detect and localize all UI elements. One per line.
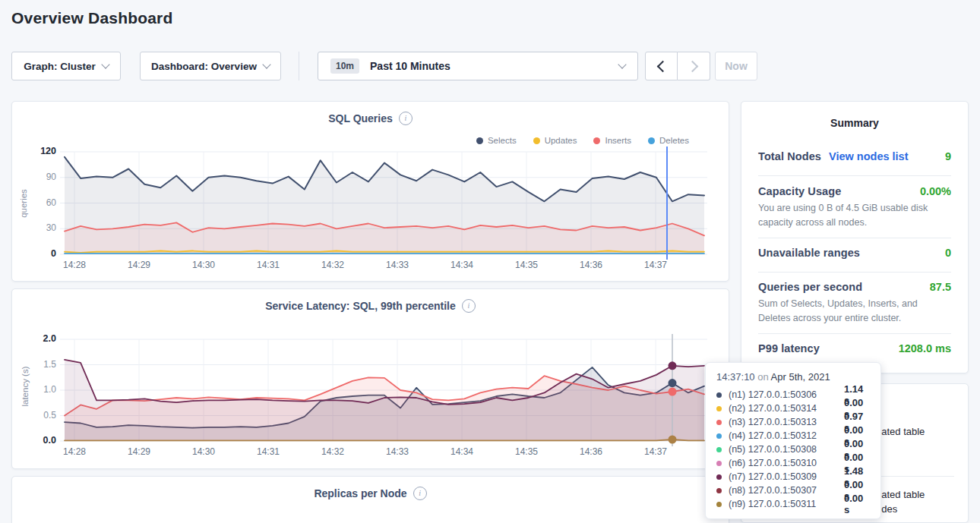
legend-label: Selects bbox=[488, 136, 517, 145]
x-tick-label: 14:36 bbox=[574, 446, 608, 457]
x-tick-label: 14:34 bbox=[445, 260, 479, 270]
x-tick-label: 14:32 bbox=[316, 446, 349, 457]
legend-item-updates[interactable]: Updates bbox=[533, 136, 577, 145]
x-tick-label: 14:29 bbox=[122, 260, 156, 270]
x-tick-label: 14:28 bbox=[58, 446, 91, 457]
sql-queries-panel: SQL Queries i SelectsUpdatesInsertsDelet… bbox=[11, 101, 729, 282]
tooltip-row: (n9) 127.0.0.1:503110.00 s bbox=[716, 497, 870, 511]
service-latency-panel: Service Latency: SQL, 99th percentile i … bbox=[11, 288, 729, 469]
tooltip-node-address: (n3) 127.0.0.1:50313 bbox=[729, 417, 844, 427]
y-tick-label: 1.0 bbox=[12, 384, 56, 395]
chart-hover-tooltip: 14:37:10 on Apr 5th, 2021 (n1) 127.0.0.1… bbox=[705, 362, 881, 519]
tooltip-node-address: (n2) 127.0.0.1:50314 bbox=[729, 403, 844, 414]
qps-label: Queries per second bbox=[758, 281, 862, 293]
y-tick-label: 90 bbox=[12, 172, 56, 182]
y-tick-label: 2.0 bbox=[12, 333, 56, 344]
legend-dot-icon bbox=[648, 137, 655, 144]
time-range-badge: 10m bbox=[330, 58, 359, 74]
replicas-per-node-panel: Replicas per Node i bbox=[11, 476, 729, 523]
legend-label: Updates bbox=[545, 136, 577, 145]
legend-dot-icon bbox=[476, 137, 483, 144]
total-nodes-value: 9 bbox=[945, 150, 951, 162]
x-tick-label: 14:32 bbox=[316, 260, 349, 270]
divider bbox=[758, 175, 951, 176]
chart-title: SQL Queries bbox=[328, 112, 393, 124]
node-dot-icon bbox=[716, 392, 722, 398]
x-tick-label: 14:33 bbox=[381, 446, 414, 457]
y-tick-label: 120 bbox=[12, 146, 56, 156]
capacity-usage-value: 0.00% bbox=[920, 185, 951, 197]
node-dot-icon bbox=[716, 461, 722, 466]
service-latency-chart[interactable] bbox=[60, 337, 710, 446]
divider bbox=[758, 272, 951, 273]
y-tick-label: 0.5 bbox=[12, 410, 56, 421]
y-tick-label: 30 bbox=[12, 222, 56, 233]
capacity-usage-description: You are using 0 B of 4.5 GiB usable disk… bbox=[758, 201, 951, 231]
x-tick-label: 14:36 bbox=[574, 260, 608, 270]
info-icon[interactable]: i bbox=[462, 299, 476, 313]
x-tick-label: 14:30 bbox=[187, 446, 220, 457]
legend-item-inserts[interactable]: Inserts bbox=[593, 136, 631, 145]
time-prev-button[interactable] bbox=[645, 52, 678, 80]
chart-title: Service Latency: SQL, 99th percentile bbox=[265, 300, 456, 312]
qps-description: Sum of Selects, Updates, Inserts, and De… bbox=[758, 297, 951, 326]
dashboard-dropdown[interactable]: Dashboard: Overview bbox=[140, 52, 281, 80]
tooltip-node-address: (n8) 127.0.0.1:50307 bbox=[729, 485, 844, 496]
legend-item-deletes[interactable]: Deletes bbox=[648, 136, 689, 145]
info-icon[interactable]: i bbox=[399, 112, 413, 125]
node-dot-icon bbox=[716, 447, 722, 452]
chevron-right-icon bbox=[686, 60, 698, 72]
p99-latency-label: P99 latency bbox=[758, 342, 820, 354]
x-tick-label: 14:31 bbox=[251, 446, 285, 457]
chart-legend: SelectsUpdatesInsertsDeletes bbox=[476, 136, 689, 145]
x-tick-label: 14:30 bbox=[187, 260, 220, 270]
view-nodes-list-link[interactable]: View nodes list bbox=[829, 150, 909, 162]
tooltip-on: on bbox=[757, 371, 768, 383]
time-next-button[interactable] bbox=[678, 52, 710, 80]
divider bbox=[758, 238, 951, 238]
x-tick-label: 14:31 bbox=[251, 260, 285, 270]
page-title: Overview Dashboard bbox=[11, 9, 173, 27]
x-tick-label: 14:37 bbox=[639, 446, 672, 457]
now-button[interactable]: Now bbox=[715, 52, 757, 80]
time-nav-group bbox=[645, 52, 710, 80]
toolbar-divider bbox=[299, 52, 299, 80]
legend-item-selects[interactable]: Selects bbox=[476, 136, 517, 145]
legend-dot-icon bbox=[533, 137, 540, 144]
info-icon[interactable]: i bbox=[413, 487, 427, 500]
legend-label: Inserts bbox=[605, 136, 631, 145]
event-text-fragment: eated table bbox=[876, 489, 925, 500]
y-tick-label: 1.5 bbox=[12, 359, 56, 370]
x-tick-label: 14:29 bbox=[122, 446, 156, 457]
chevron-down-icon bbox=[618, 60, 626, 68]
chevron-down-icon bbox=[262, 60, 270, 68]
event-text-fragment: eated table bbox=[876, 426, 925, 437]
tooltip-node-value: 0.00 s bbox=[844, 493, 870, 515]
time-range-dropdown[interactable]: 10m Past 10 Minutes bbox=[318, 52, 638, 80]
legend-dot-icon bbox=[593, 137, 600, 144]
tooltip-node-address: (n6) 127.0.0.1:50310 bbox=[729, 458, 844, 468]
tooltip-time: 14:37:10 bbox=[716, 371, 755, 383]
legend-label: Deletes bbox=[659, 136, 689, 145]
y-tick-label: 0 bbox=[12, 248, 56, 259]
node-dot-icon bbox=[716, 474, 722, 480]
x-tick-label: 14:35 bbox=[510, 446, 543, 457]
tooltip-node-address: (n4) 127.0.0.1:50312 bbox=[729, 430, 844, 441]
x-tick-label: 14:34 bbox=[445, 446, 479, 457]
graph-dropdown[interactable]: Graph: Cluster bbox=[11, 52, 121, 80]
unavailable-ranges-label: Unavailable ranges bbox=[758, 247, 860, 259]
unavailable-ranges-value: 0 bbox=[945, 247, 951, 259]
y-tick-label: 60 bbox=[12, 197, 56, 208]
node-dot-icon bbox=[716, 502, 722, 507]
x-tick-label: 14:35 bbox=[510, 260, 543, 270]
chevron-left-icon bbox=[657, 60, 669, 72]
node-dot-icon bbox=[716, 406, 722, 411]
tooltip-node-address: (n5) 127.0.0.1:50308 bbox=[729, 444, 844, 455]
sql-queries-chart[interactable] bbox=[60, 150, 710, 260]
tooltip-node-address: (n1) 127.0.0.1:50306 bbox=[729, 389, 844, 400]
chart-title: Replicas per Node bbox=[314, 487, 406, 499]
overview-dashboard-page: Overview Dashboard Graph: Cluster Dashbo… bbox=[0, 0, 980, 523]
node-dot-icon bbox=[716, 420, 722, 425]
capacity-usage-label: Capacity Usage bbox=[758, 185, 841, 197]
qps-value: 87.5 bbox=[930, 281, 951, 293]
